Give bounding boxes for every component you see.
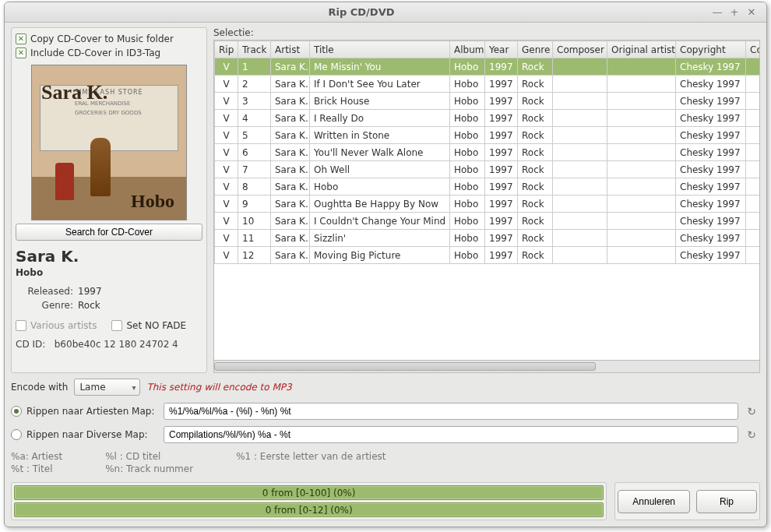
cell[interactable]: V bbox=[215, 213, 238, 230]
artist-map-input[interactable] bbox=[164, 403, 738, 420]
cell[interactable]: 1997 bbox=[485, 110, 518, 127]
cell[interactable] bbox=[553, 58, 607, 76]
cell[interactable]: 1997 bbox=[485, 93, 518, 110]
cell[interactable]: Hobo bbox=[450, 110, 485, 127]
cell[interactable] bbox=[746, 161, 761, 178]
cell[interactable] bbox=[553, 247, 607, 264]
cell[interactable]: Chesky 1997 bbox=[676, 144, 746, 161]
cell[interactable]: V bbox=[215, 247, 238, 264]
cell[interactable]: 1997 bbox=[485, 58, 518, 76]
search-cover-button[interactable]: Search for CD-Cover bbox=[16, 224, 202, 241]
cell[interactable]: Sara K. bbox=[271, 247, 310, 264]
column-header[interactable]: Year bbox=[485, 41, 518, 58]
table-row[interactable]: V5Sara K.Written in StoneHobo1997RockChe… bbox=[215, 127, 761, 144]
artist-map-radio[interactable] bbox=[11, 406, 22, 417]
cell[interactable]: Chesky 1997 bbox=[676, 230, 746, 247]
cell[interactable] bbox=[746, 178, 761, 196]
cell[interactable]: 1 bbox=[238, 58, 271, 76]
cell[interactable] bbox=[607, 213, 676, 230]
cell[interactable] bbox=[607, 196, 676, 213]
cell[interactable]: 1997 bbox=[485, 247, 518, 264]
cell[interactable] bbox=[553, 161, 607, 178]
cell[interactable]: V bbox=[215, 144, 238, 161]
cell[interactable] bbox=[553, 110, 607, 127]
column-header[interactable]: Rip bbox=[215, 41, 238, 58]
cell[interactable] bbox=[553, 76, 607, 93]
cell[interactable] bbox=[746, 76, 761, 93]
cell[interactable]: 1997 bbox=[485, 178, 518, 196]
cell[interactable]: Sara K. bbox=[271, 213, 310, 230]
cell[interactable]: Sara K. bbox=[271, 144, 310, 161]
track-table[interactable]: RipTrackArtistTitleAlbumYearGenreCompose… bbox=[213, 40, 760, 373]
cell[interactable]: Sara K. bbox=[271, 110, 310, 127]
cell[interactable]: Rock bbox=[518, 230, 553, 247]
cell[interactable]: V bbox=[215, 178, 238, 196]
cell[interactable]: Sara K. bbox=[271, 178, 310, 196]
cell[interactable]: Rock bbox=[518, 110, 553, 127]
rip-button[interactable]: Rip bbox=[696, 490, 757, 513]
cell[interactable]: Hobo bbox=[450, 196, 485, 213]
cell[interactable]: I Couldn't Change Your Mind bbox=[310, 213, 450, 230]
cell[interactable] bbox=[746, 144, 761, 161]
cell[interactable] bbox=[553, 178, 607, 196]
cell[interactable]: Chesky 1997 bbox=[676, 76, 746, 93]
cell[interactable]: 10 bbox=[238, 213, 271, 230]
cell[interactable]: Rock bbox=[518, 58, 553, 76]
column-header[interactable]: Album bbox=[450, 41, 485, 58]
cell[interactable]: 2 bbox=[238, 76, 271, 93]
cell[interactable] bbox=[607, 93, 676, 110]
cell[interactable]: V bbox=[215, 127, 238, 144]
diverse-map-radio[interactable] bbox=[11, 429, 22, 440]
cell[interactable]: Rock bbox=[518, 178, 553, 196]
cell[interactable]: 11 bbox=[238, 230, 271, 247]
cell[interactable]: 1997 bbox=[485, 127, 518, 144]
refresh-icon[interactable]: ↻ bbox=[743, 403, 760, 420]
cell[interactable]: Rock bbox=[518, 213, 553, 230]
cell[interactable]: Sara K. bbox=[271, 230, 310, 247]
cell[interactable]: Rock bbox=[518, 93, 553, 110]
cell[interactable] bbox=[746, 196, 761, 213]
cell[interactable]: Hobo bbox=[450, 76, 485, 93]
cell[interactable]: Moving Big Picture bbox=[310, 247, 450, 264]
cell[interactable]: Hobo bbox=[450, 144, 485, 161]
cell[interactable]: I Really Do bbox=[310, 110, 450, 127]
cell[interactable]: Sara K. bbox=[271, 127, 310, 144]
cell[interactable]: Brick House bbox=[310, 93, 450, 110]
cell[interactable]: Rock bbox=[518, 196, 553, 213]
table-row[interactable]: V3Sara K.Brick HouseHobo1997RockChesky 1… bbox=[215, 93, 761, 110]
cell[interactable]: 1997 bbox=[485, 196, 518, 213]
cell[interactable] bbox=[607, 110, 676, 127]
cell[interactable]: Rock bbox=[518, 127, 553, 144]
cell[interactable] bbox=[553, 144, 607, 161]
cell[interactable]: Sara K. bbox=[271, 58, 310, 76]
cell[interactable]: Hobo bbox=[450, 93, 485, 110]
horizontal-scrollbar[interactable] bbox=[214, 360, 759, 372]
cell[interactable]: Me Missin' You bbox=[310, 58, 450, 76]
cell[interactable] bbox=[746, 58, 761, 76]
cell[interactable]: Chesky 1997 bbox=[676, 247, 746, 264]
include-cover-checkbox[interactable]: ✕ Include CD-Cover in ID3-Tag bbox=[16, 46, 202, 60]
cell[interactable]: Chesky 1997 bbox=[676, 213, 746, 230]
cell[interactable]: 4 bbox=[238, 110, 271, 127]
set-nofade-checkbox[interactable]: Set NO FADE bbox=[111, 320, 186, 331]
table-row[interactable]: V6Sara K.You'll Never Walk AloneHobo1997… bbox=[215, 144, 761, 161]
cell[interactable]: Hobo bbox=[450, 230, 485, 247]
table-row[interactable]: V7Sara K.Oh WellHobo1997RockChesky 1997 bbox=[215, 161, 761, 178]
cell[interactable]: 6 bbox=[238, 144, 271, 161]
column-header[interactable]: Copyright bbox=[676, 41, 746, 58]
cell[interactable]: 5 bbox=[238, 127, 271, 144]
cell[interactable]: Hobo bbox=[450, 58, 485, 76]
cell[interactable]: Chesky 1997 bbox=[676, 178, 746, 196]
copy-cover-checkbox[interactable]: ✕ Copy CD-Cover to Music folder bbox=[16, 32, 202, 46]
cell[interactable]: Hobo bbox=[310, 178, 450, 196]
table-row[interactable]: V9Sara K.Oughtta Be Happy By NowHobo1997… bbox=[215, 196, 761, 213]
table-row[interactable]: V11Sara K.Sizzlin'Hobo1997RockChesky 199… bbox=[215, 230, 761, 247]
cell[interactable] bbox=[607, 76, 676, 93]
table-row[interactable]: V10Sara K.I Couldn't Change Your MindHob… bbox=[215, 213, 761, 230]
cell[interactable]: Written in Stone bbox=[310, 127, 450, 144]
table-row[interactable]: V12Sara K.Moving Big PictureHobo1997Rock… bbox=[215, 247, 761, 264]
various-artists-checkbox[interactable]: Various artists bbox=[16, 320, 108, 331]
cell[interactable]: Oh Well bbox=[310, 161, 450, 178]
cell[interactable]: Hobo bbox=[450, 127, 485, 144]
cell[interactable]: If I Don't See You Later bbox=[310, 76, 450, 93]
